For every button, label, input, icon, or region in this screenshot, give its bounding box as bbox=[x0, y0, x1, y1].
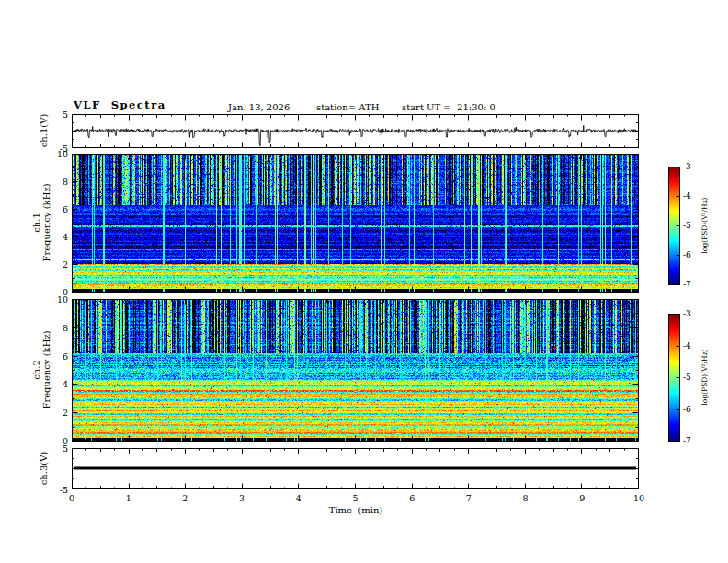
x-tick-label: 4 bbox=[288, 493, 310, 503]
ch2-spectrogram-canvas bbox=[72, 299, 639, 442]
x-axis-label: Time (min) bbox=[318, 505, 393, 515]
ch3-wave-ylabel: ch.3(V) bbox=[39, 452, 49, 486]
x-tick-label: 8 bbox=[515, 493, 537, 503]
colorbar2-canvas bbox=[668, 314, 680, 442]
ch1-spectrogram-canvas bbox=[72, 154, 639, 293]
ch2-spec-ylabel-line2: Frequency (kHz) bbox=[41, 330, 51, 408]
colorbar2-tick-label: -3 bbox=[683, 309, 701, 319]
vlf-spectra-page: VLF Spectra Jan. 13, 2026 station= ATH s… bbox=[0, 0, 728, 563]
x-tick-label: 10 bbox=[628, 493, 650, 503]
ch1-spec-ytick-label: 6 bbox=[46, 204, 68, 214]
ch1-wave-ytick-label: 5 bbox=[46, 109, 68, 120]
ch2-spec-ytick-label: 4 bbox=[46, 379, 68, 389]
ch2-spec-ytick-label: 6 bbox=[46, 351, 68, 362]
ch3-waveform-canvas bbox=[72, 448, 639, 489]
x-tick-label: 3 bbox=[231, 493, 253, 503]
plot-start-ut: start UT = 21:30: 0 bbox=[402, 102, 495, 112]
ch1-spec-ylabel: ch.1 Frequency (kHz) bbox=[31, 183, 51, 261]
x-tick-label: 9 bbox=[571, 493, 593, 503]
ch2-spec-ylabel: ch.2 Frequency (kHz) bbox=[31, 330, 51, 408]
colorbar2-tick-label: -6 bbox=[683, 405, 701, 415]
ch3-wave-ytick-label: -5 bbox=[46, 485, 68, 495]
x-tick-label: 6 bbox=[401, 493, 423, 503]
colorbar1-tick-label: -5 bbox=[683, 221, 701, 231]
x-tick-label: 5 bbox=[345, 493, 367, 503]
plot-station: station= ATH bbox=[316, 102, 379, 112]
ch1-waveform-canvas bbox=[72, 114, 639, 148]
x-tick-label: 1 bbox=[118, 493, 140, 503]
ch2-spec-ytick-label: 8 bbox=[46, 323, 68, 333]
ch1-spec-ylabel-line1: ch.1 bbox=[31, 183, 41, 261]
plot-date: Jan. 13, 2026 bbox=[228, 102, 290, 112]
x-tick-label: 2 bbox=[174, 493, 196, 503]
ch1-spec-ytick-label: 2 bbox=[46, 259, 68, 270]
colorbar1-tick-label: -3 bbox=[683, 162, 701, 172]
ch1-spec-ytick-label: 4 bbox=[46, 232, 68, 242]
plot-title: VLF Spectra bbox=[74, 100, 166, 110]
colorbar2-tick-label: -7 bbox=[683, 436, 701, 446]
ch2-spec-ylabel-line1: ch.2 bbox=[31, 330, 41, 408]
colorbar1-tick-label: -7 bbox=[683, 280, 701, 290]
colorbar1-canvas bbox=[668, 167, 680, 285]
ch1-wave-ytick-label: -5 bbox=[46, 144, 68, 154]
ch1-spec-ylabel-line2: Frequency (kHz) bbox=[41, 183, 51, 261]
colorbar2-tick-label: -5 bbox=[683, 373, 701, 383]
colorbar1-tick-label: -6 bbox=[683, 250, 701, 260]
ch2-spec-ytick-label: 2 bbox=[46, 408, 68, 418]
colorbar2-tick-label: -4 bbox=[683, 341, 701, 351]
ch1-spec-ytick-label: 8 bbox=[46, 177, 68, 187]
x-tick-label: 7 bbox=[458, 493, 480, 503]
ch3-wave-ytick-label: 5 bbox=[46, 443, 68, 454]
ch2-spec-ytick-label: 10 bbox=[46, 294, 68, 304]
colorbar1-tick-label: -4 bbox=[683, 191, 701, 201]
